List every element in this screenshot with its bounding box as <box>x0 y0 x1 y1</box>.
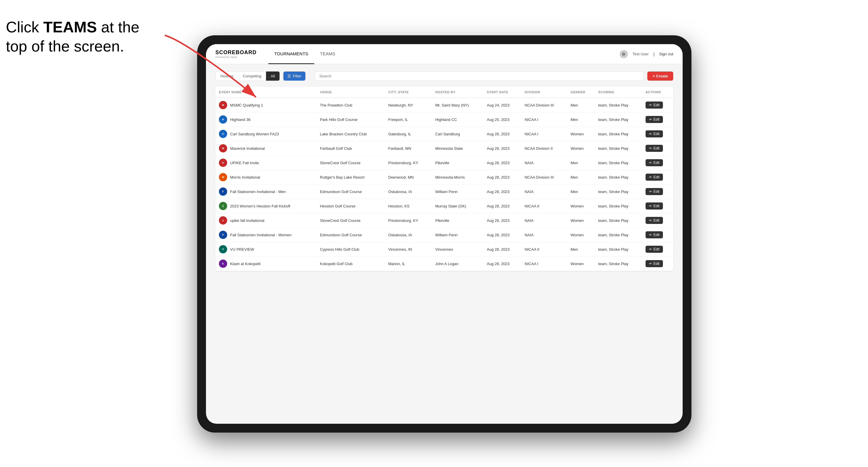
cell-city-state-7: Hesston, KS <box>385 199 432 213</box>
cell-gender-7: Women <box>567 199 595 213</box>
nav-links: TOURNAMENTS TEAMS <box>268 44 620 64</box>
settings-icon[interactable]: ⚙ <box>620 50 628 58</box>
signout-link[interactable]: Sign out <box>659 52 673 56</box>
edit-pencil-icon-11: ✏ <box>649 261 652 266</box>
cell-actions-1: ✏ Edit <box>642 113 673 127</box>
team-logo-7: 2 <box>219 202 227 210</box>
cell-scoring-11: team, Stroke Play <box>595 257 642 271</box>
edit-pencil-icon-0: ✏ <box>649 103 652 107</box>
cell-actions-8: ✏ Edit <box>642 213 673 228</box>
cell-actions-10: ✏ Edit <box>642 242 673 257</box>
team-logo-2: C <box>219 130 227 138</box>
table-row: M Maverick Invitational Faribault Golf C… <box>215 141 673 156</box>
event-name-label-10: VU PREVIEW <box>230 247 254 252</box>
nav-teams[interactable]: TEAMS <box>314 44 341 64</box>
cell-start-date-5: Aug 28, 2023 <box>483 170 521 185</box>
edit-btn-7[interactable]: ✏ Edit <box>646 203 663 210</box>
cell-gender-3: Women <box>567 141 595 156</box>
cell-hosted-by-5: Minnesota-Morris <box>432 170 483 185</box>
cell-division-1: NICAA I <box>521 113 567 127</box>
cell-start-date-3: Aug 28, 2023 <box>483 141 521 156</box>
edit-btn-6[interactable]: ✏ Edit <box>646 188 663 195</box>
edit-pencil-icon-7: ✏ <box>649 204 652 208</box>
edit-btn-8[interactable]: ✏ Edit <box>646 217 663 224</box>
cell-scoring-1: team, Stroke Play <box>595 113 642 127</box>
col-hosted-by: HOSTED BY <box>432 87 483 98</box>
cell-venue-5: Ruttger's Bay Lake Resort <box>316 170 384 185</box>
cell-event-name-4: U UPIKE Fall Invite <box>215 156 316 170</box>
cell-division-8: NAIA <box>521 213 567 228</box>
search-input[interactable] <box>315 71 644 81</box>
cell-actions-2: ✏ Edit <box>642 127 673 141</box>
cell-division-0: NCAA Division III <box>521 98 567 113</box>
edit-btn-1[interactable]: ✏ Edit <box>646 116 663 123</box>
event-name-label-3: Maverick Invitational <box>230 146 265 151</box>
cell-hosted-by-6: William Penn <box>432 185 483 199</box>
cell-venue-6: Edmundson Golf Course <box>316 185 384 199</box>
cell-city-state-6: Oskaloosa, IA <box>385 185 432 199</box>
cell-start-date-9: Aug 28, 2023 <box>483 228 521 242</box>
cell-actions-11: ✏ Edit <box>642 257 673 271</box>
edit-btn-2[interactable]: ✏ Edit <box>646 130 663 137</box>
instruction-bold: TEAMS <box>43 19 97 36</box>
cell-city-state-8: Prestonsburg, KY <box>385 213 432 228</box>
cell-division-3: NCAA Division II <box>521 141 567 156</box>
cell-scoring-7: team, Stroke Play <box>595 199 642 213</box>
cell-hosted-by-2: Carl Sandburg <box>432 127 483 141</box>
cell-city-state-10: Vincennes, IN <box>385 242 432 257</box>
col-division: DIVISION <box>521 87 567 98</box>
cell-scoring-6: team, Stroke Play <box>595 185 642 199</box>
cell-actions-4: ✏ Edit <box>642 156 673 170</box>
cell-gender-1: Men <box>567 113 595 127</box>
filter-all-btn[interactable]: All <box>266 71 280 81</box>
team-logo-1: H <box>219 115 227 124</box>
cell-city-state-5: Deerwood, MN <box>385 170 432 185</box>
cell-city-state-3: Faribault, MN <box>385 141 432 156</box>
filter-icon: ☰ <box>287 74 291 78</box>
team-logo-10: V <box>219 245 227 253</box>
tablet-screen: SCOREBOARD Powered by clippit TOURNAMENT… <box>206 44 683 424</box>
edit-btn-5[interactable]: ✏ Edit <box>646 174 663 181</box>
cell-event-name-3: M Maverick Invitational <box>215 141 316 156</box>
cell-event-name-1: H Highland 36 <box>215 113 316 127</box>
cell-city-state-0: Newburgh, NY <box>385 98 432 113</box>
cell-division-4: NAIA <box>521 156 567 170</box>
team-logo-11: K <box>219 259 227 268</box>
cell-start-date-4: Aug 28, 2023 <box>483 156 521 170</box>
nav-tournaments[interactable]: TOURNAMENTS <box>268 44 314 64</box>
cell-event-name-8: u upike fall invitational <box>215 213 316 228</box>
table-row: M Morris Invitational Ruttger's Bay Lake… <box>215 170 673 185</box>
cell-venue-8: StoneCrest Golf Course <box>316 213 384 228</box>
edit-btn-11[interactable]: ✏ Edit <box>646 260 663 267</box>
team-logo-3: M <box>219 144 227 152</box>
table-header-row: EVENT NAME VENUE CITY, STATE HOSTED BY S… <box>215 87 673 98</box>
cell-gender-9: Women <box>567 228 595 242</box>
cell-scoring-3: team, Stroke Play <box>595 141 642 156</box>
cell-venue-7: Hesston Golf Course <box>316 199 384 213</box>
event-name-label-0: MSMC Qualifying 1 <box>230 103 263 107</box>
edit-btn-3[interactable]: ✏ Edit <box>646 145 663 152</box>
filter-hosting-btn[interactable]: Hosting <box>216 71 238 81</box>
cell-hosted-by-7: Murray State (OK) <box>432 199 483 213</box>
edit-pencil-icon-9: ✏ <box>649 233 652 237</box>
cell-actions-0: ✏ Edit <box>642 98 673 113</box>
edit-btn-9[interactable]: ✏ Edit <box>646 231 663 238</box>
cell-event-name-6: F Fall Statesmen Invitational - Men <box>215 185 316 199</box>
advanced-filter-btn[interactable]: ☰ Filter <box>283 71 305 81</box>
cell-gender-8: Women <box>567 213 595 228</box>
filter-competing-btn[interactable]: Competing <box>238 71 266 81</box>
cell-venue-4: StoneCrest Golf Course <box>316 156 384 170</box>
logo-text: SCOREBOARD <box>215 50 256 56</box>
cell-gender-4: Men <box>567 156 595 170</box>
table-row: M MSMC Qualifying 1 The Powelton Club Ne… <box>215 98 673 113</box>
edit-pencil-icon-2: ✏ <box>649 132 652 136</box>
create-btn[interactable]: + Create <box>647 71 673 81</box>
cell-city-state-2: Galesburg, IL <box>385 127 432 141</box>
table-row: K Klash at Kokopelli Kokopelli Golf Club… <box>215 257 673 271</box>
cell-venue-1: Park Hills Golf Course <box>316 113 384 127</box>
edit-btn-0[interactable]: ✏ Edit <box>646 101 663 108</box>
edit-btn-4[interactable]: ✏ Edit <box>646 159 663 166</box>
edit-pencil-icon-10: ✏ <box>649 247 652 251</box>
team-logo-4: U <box>219 159 227 167</box>
edit-btn-10[interactable]: ✏ Edit <box>646 246 663 253</box>
